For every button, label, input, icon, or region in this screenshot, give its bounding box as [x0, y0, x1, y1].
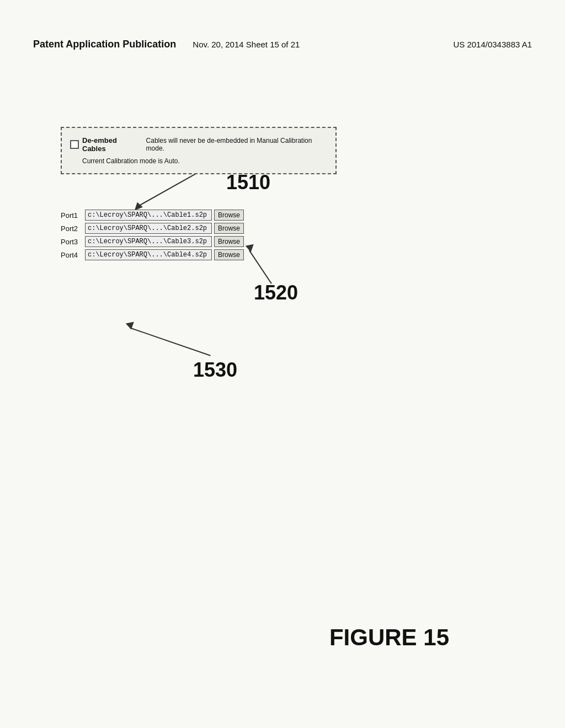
publication-title: Patent Application Publication	[33, 39, 176, 50]
port3-label: Port3	[61, 238, 83, 246]
port1-browse-button[interactable]: Browse	[214, 210, 244, 221]
svg-line-4	[130, 328, 211, 356]
port2-label: Port2	[61, 224, 83, 233]
port3-browse-button[interactable]: Browse	[214, 236, 244, 247]
port4-path: c:\Lecroy\SPARQ\...\Cable4.s2p	[85, 249, 212, 260]
port1-path: c:\Lecroy\SPARQ\...\Cable1.s2p	[85, 210, 212, 221]
page-header: Patent Application Publication Nov. 20, …	[0, 39, 565, 50]
port2-path: c:\Lecroy\SPARQ\...\Cable2.s2p	[85, 223, 212, 234]
svg-marker-5	[126, 322, 134, 329]
checkbox-label: De-embed Cables	[82, 136, 141, 153]
publication-meta: Nov. 20, 2014 Sheet 15 of 21	[193, 40, 300, 49]
dialog-message-line1: Cables will never be de-embedded in Manu…	[146, 137, 327, 152]
port-row-1: Port1 c:\Lecroy\SPARQ\...\Cable1.s2p Bro…	[61, 210, 292, 221]
figure-area: De-embed Cables Cables will never be de-…	[33, 83, 532, 695]
checkbox-area: De-embed Cables	[70, 136, 141, 153]
dialog-header: De-embed Cables Cables will never be de-…	[70, 136, 327, 153]
annotation-1510: 1510	[226, 171, 270, 194]
annotation-1530: 1530	[193, 358, 237, 382]
ref-1510-number: 1510	[226, 171, 270, 194]
port2-browse-button[interactable]: Browse	[214, 223, 244, 234]
deembed-checkbox[interactable]	[70, 140, 79, 149]
arrows-svg	[33, 83, 532, 695]
port-row-3: Port3 c:\Lecroy\SPARQ\...\Cable3.s2p Bro…	[61, 236, 292, 247]
port4-label: Port4	[61, 251, 83, 259]
ref-1520-number: 1520	[254, 281, 298, 304]
port-table: Port1 c:\Lecroy\SPARQ\...\Cable1.s2p Bro…	[61, 210, 292, 263]
port1-label: Port1	[61, 211, 83, 220]
annotation-1520: 1520	[254, 281, 298, 304]
page: Patent Application Publication Nov. 20, …	[0, 0, 565, 728]
figure-label: FIGURE 15	[329, 624, 449, 651]
port4-browse-button[interactable]: Browse	[214, 249, 244, 260]
patent-number: US 2014/0343883 A1	[453, 40, 532, 49]
dialog-box: De-embed Cables Cables will never be de-…	[61, 127, 337, 174]
ref-1530-number: 1530	[193, 358, 237, 381]
port3-path: c:\Lecroy\SPARQ\...\Cable3.s2p	[85, 236, 212, 247]
port-row-4: Port4 c:\Lecroy\SPARQ\...\Cable4.s2p Bro…	[61, 249, 292, 260]
dialog-subtitle: Current Calibration mode is Auto.	[82, 157, 327, 165]
port-row-2: Port2 c:\Lecroy\SPARQ\...\Cable2.s2p Bro…	[61, 223, 292, 234]
